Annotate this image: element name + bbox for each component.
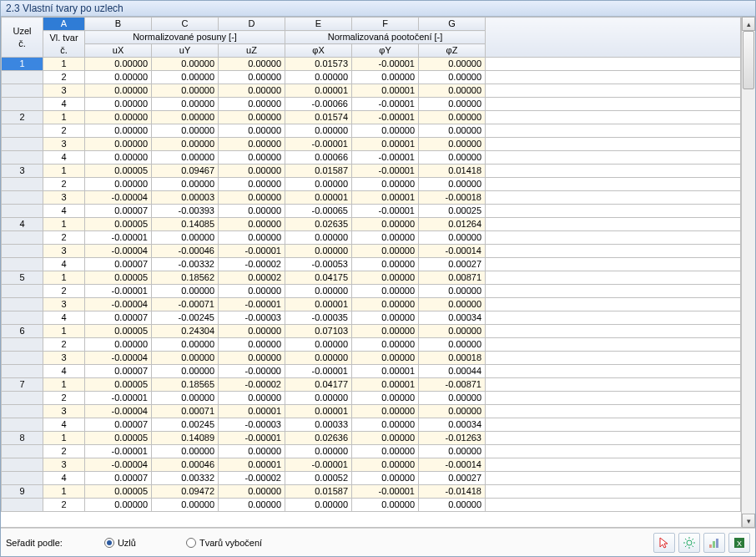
cell-phix[interactable]: 0.07103 bbox=[285, 325, 352, 338]
table-row[interactable]: 40.000070.00000-0.00000-0.000010.000010.… bbox=[2, 365, 741, 378]
table-row[interactable]: 910.000050.094720.000000.01587-0.00001-0… bbox=[2, 485, 741, 499]
col-C[interactable]: C bbox=[152, 18, 219, 31]
table-row[interactable]: 40.000070.00245-0.000030.000330.000000.0… bbox=[2, 418, 741, 432]
cell-ux[interactable]: -0.00001 bbox=[85, 392, 152, 405]
cell-uz[interactable]: 0.00000 bbox=[219, 151, 285, 165]
cell-phiy[interactable]: 0.00000 bbox=[352, 352, 419, 365]
cell-phix[interactable]: 0.00001 bbox=[285, 298, 352, 311]
table-row[interactable]: 20.000000.000000.000000.000000.000000.00… bbox=[2, 124, 741, 138]
cell-vt[interactable]: 4 bbox=[43, 472, 85, 485]
cell-vt[interactable]: 1 bbox=[43, 111, 85, 124]
table-row[interactable]: 3-0.00004-0.00046-0.000010.000000.00000-… bbox=[2, 245, 741, 258]
uzel-cell[interactable] bbox=[2, 352, 43, 365]
cell-uy[interactable]: -0.00332 bbox=[152, 258, 219, 271]
table-row[interactable]: 2-0.000010.000000.000000.000000.000000.0… bbox=[2, 285, 741, 298]
header-phiz[interactable]: φZ bbox=[419, 44, 486, 58]
cell-phiy[interactable]: -0.00001 bbox=[352, 485, 419, 499]
cell-phiz[interactable]: 0.00000 bbox=[419, 84, 486, 98]
cell-phix[interactable]: 0.00052 bbox=[285, 472, 352, 485]
cell-phiz[interactable]: 0.01264 bbox=[419, 218, 486, 231]
cell-uz[interactable]: 0.00000 bbox=[219, 58, 285, 71]
cell-uz[interactable]: -0.00003 bbox=[219, 311, 285, 325]
cell-phiy[interactable]: 0.00000 bbox=[352, 285, 419, 298]
cell-phix[interactable]: 0.00033 bbox=[285, 418, 352, 432]
cell-phiy[interactable]: 0.00001 bbox=[352, 84, 419, 98]
cell-vt[interactable]: 2 bbox=[43, 231, 85, 245]
cell-uz[interactable]: 0.00000 bbox=[219, 138, 285, 151]
cell-ux[interactable]: 0.00007 bbox=[85, 365, 152, 378]
table-row[interactable]: 810.000050.14089-0.000010.026360.00000-0… bbox=[2, 432, 741, 445]
cell-vt[interactable]: 3 bbox=[43, 245, 85, 258]
cell-uy[interactable]: 0.00000 bbox=[152, 338, 219, 352]
cell-phiz[interactable]: -0.00871 bbox=[419, 378, 486, 392]
cell-uy[interactable]: -0.00046 bbox=[152, 245, 219, 258]
cell-uy[interactable]: 0.00000 bbox=[152, 58, 219, 71]
cell-vt[interactable]: 2 bbox=[43, 124, 85, 138]
cell-ux[interactable]: -0.00001 bbox=[85, 445, 152, 458]
cell-phiy[interactable]: 0.00000 bbox=[352, 71, 419, 84]
cell-ux[interactable]: 0.00005 bbox=[85, 165, 152, 178]
cell-phiz[interactable]: 0.00000 bbox=[419, 499, 486, 512]
cell-vt[interactable]: 2 bbox=[43, 338, 85, 352]
cell-phix[interactable]: 0.00000 bbox=[285, 231, 352, 245]
cell-phiy[interactable]: 0.00000 bbox=[352, 178, 419, 191]
uzel-cell[interactable] bbox=[2, 98, 43, 111]
uzel-cell[interactable] bbox=[2, 311, 43, 325]
cell-vt[interactable]: 1 bbox=[43, 271, 85, 285]
cell-ux[interactable]: 0.00007 bbox=[85, 472, 152, 485]
table-row[interactable]: 210.000000.000000.000000.01574-0.000010.… bbox=[2, 111, 741, 124]
cell-uz[interactable]: 0.00000 bbox=[219, 71, 285, 84]
cell-phiz[interactable]: 0.00871 bbox=[419, 271, 486, 285]
cell-vt[interactable]: 1 bbox=[43, 325, 85, 338]
cell-phiz[interactable]: 0.00000 bbox=[419, 151, 486, 165]
cell-phiy[interactable]: 0.00000 bbox=[352, 472, 419, 485]
cell-uy[interactable]: 0.00245 bbox=[152, 418, 219, 432]
cell-vt[interactable]: 2 bbox=[43, 445, 85, 458]
cell-uy[interactable]: 0.00000 bbox=[152, 499, 219, 512]
header-uz[interactable]: uZ bbox=[219, 44, 285, 58]
cell-uy[interactable]: 0.00000 bbox=[152, 178, 219, 191]
cell-ux[interactable]: 0.00007 bbox=[85, 258, 152, 271]
uzel-cell[interactable]: 6 bbox=[2, 325, 43, 338]
cell-phiz[interactable]: 0.00000 bbox=[419, 58, 486, 71]
cell-uy[interactable]: 0.09472 bbox=[152, 485, 219, 499]
cell-phiy[interactable]: 0.00000 bbox=[352, 418, 419, 432]
cell-phiz[interactable]: 0.00000 bbox=[419, 71, 486, 84]
cell-uy[interactable]: 0.00000 bbox=[152, 285, 219, 298]
cell-uy[interactable]: 0.00000 bbox=[152, 124, 219, 138]
cell-phiz[interactable]: 0.00000 bbox=[419, 111, 486, 124]
cell-phiy[interactable]: -0.00001 bbox=[352, 165, 419, 178]
table-row[interactable]: 40.000000.000000.000000.00066-0.000010.0… bbox=[2, 151, 741, 165]
cell-vt[interactable]: 4 bbox=[43, 258, 85, 271]
table-row[interactable]: 40.000000.000000.00000-0.00066-0.000010.… bbox=[2, 98, 741, 111]
cell-phiy[interactable]: -0.00001 bbox=[352, 58, 419, 71]
uzel-cell[interactable]: 3 bbox=[2, 165, 43, 178]
uzel-cell[interactable] bbox=[2, 499, 43, 512]
table-row[interactable]: 3-0.000040.000030.000000.000010.00001-0.… bbox=[2, 191, 741, 205]
header-posuny[interactable]: Normalizované posuny [-] bbox=[85, 31, 285, 44]
scroll-down-button[interactable]: ▾ bbox=[742, 514, 755, 528]
uzel-cell[interactable]: 9 bbox=[2, 485, 43, 499]
cell-phix[interactable]: -0.00035 bbox=[285, 311, 352, 325]
cell-phiz[interactable]: 0.00000 bbox=[419, 392, 486, 405]
cell-phix[interactable]: 0.00000 bbox=[285, 445, 352, 458]
header-ux[interactable]: uX bbox=[85, 44, 152, 58]
table-row[interactable]: 410.000050.140850.000000.026350.000000.0… bbox=[2, 218, 741, 231]
vertical-scrollbar[interactable]: ▴ ▾ bbox=[741, 17, 755, 528]
cell-uz[interactable]: 0.00000 bbox=[219, 445, 285, 458]
cell-uz[interactable]: -0.00000 bbox=[219, 365, 285, 378]
cell-phiy[interactable]: -0.00001 bbox=[352, 151, 419, 165]
cell-phiz[interactable]: -0.01263 bbox=[419, 432, 486, 445]
cell-phix[interactable]: -0.00053 bbox=[285, 258, 352, 271]
cell-phiy[interactable]: 0.00000 bbox=[352, 271, 419, 285]
cell-vt[interactable]: 2 bbox=[43, 71, 85, 84]
cell-uy[interactable]: 0.00000 bbox=[152, 365, 219, 378]
cell-vt[interactable]: 2 bbox=[43, 178, 85, 191]
cell-uz[interactable]: 0.00000 bbox=[219, 325, 285, 338]
cell-uy[interactable]: 0.00000 bbox=[152, 84, 219, 98]
cell-uz[interactable]: 0.00000 bbox=[219, 111, 285, 124]
col-G[interactable]: G bbox=[419, 18, 486, 31]
cell-uy[interactable]: 0.00071 bbox=[152, 405, 219, 418]
table-row[interactable]: 3-0.000040.000460.00001-0.000010.00000-0… bbox=[2, 458, 741, 472]
cell-phix[interactable]: 0.00001 bbox=[285, 191, 352, 205]
